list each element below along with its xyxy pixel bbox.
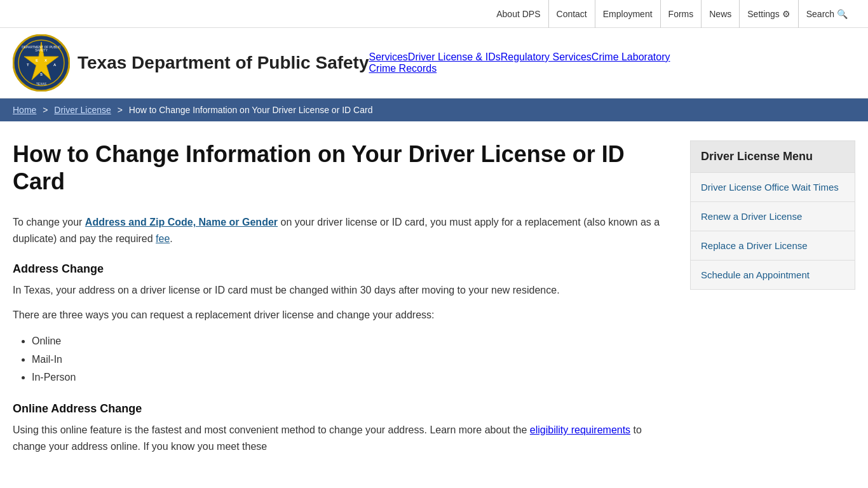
list-item-mailin: Mail-In [32, 351, 671, 369]
nav-crime-records[interactable]: Crime Records [369, 63, 437, 74]
main-navigation: Services Driver License & IDs Regulatory… [369, 51, 670, 74]
svg-text:E: E [36, 58, 38, 62]
content-area: How to Change Information on Your Driver… [13, 140, 671, 463]
address-change-para-2: There are three ways you can request a r… [13, 307, 671, 323]
svg-text:TEXAS: TEXAS [36, 82, 47, 86]
online-change-para-1: Using this online feature is the fastest… [13, 422, 671, 454]
nav-regulatory[interactable]: Regulatory Services [501, 51, 592, 63]
breadcrumb-sep-2: > [118, 105, 125, 115]
replacement-methods-list: Online Mail-In In-Person [13, 332, 671, 387]
breadcrumb-sep-1: > [43, 105, 50, 115]
breadcrumb-driver-license[interactable]: Driver License [54, 105, 111, 115]
nav-crime-lab[interactable]: Crime Laboratory [592, 51, 670, 63]
sidebar-replace[interactable]: Replace a Driver License [691, 231, 855, 261]
sidebar-menu-title: Driver License Menu [691, 141, 855, 173]
section-heading-address-change: Address Change [13, 262, 671, 276]
svg-text:X: X [44, 58, 47, 62]
sidebar-menu: Driver License Menu Driver License Offic… [690, 140, 855, 290]
about-dps-link[interactable]: About DPS [489, 0, 548, 28]
sidebar-wait-times[interactable]: Driver License Office Wait Times [691, 173, 855, 202]
nav-row-bottom: Crime Records [369, 63, 670, 74]
main-content: How to Change Information on Your Driver… [0, 121, 868, 482]
site-header: DEPARTMENT OF PUBLIC SAFETY TEXAS T E X … [0, 28, 868, 98]
svg-text:T: T [27, 63, 29, 67]
list-item-online: Online [32, 332, 671, 351]
settings-link[interactable]: Settings [740, 0, 798, 28]
intro-end: . [170, 233, 172, 244]
sidebar: Driver License Menu Driver License Offic… [690, 140, 855, 463]
intro-before: To change your [13, 217, 85, 227]
svg-text:S: S [40, 72, 43, 76]
search-icon [837, 9, 848, 19]
site-title: Texas Department of Public Safety [78, 52, 369, 74]
sidebar-appointment[interactable]: Schedule an Appointment [691, 261, 855, 289]
news-link[interactable]: News [702, 0, 740, 28]
svg-text:A: A [53, 63, 57, 67]
address-change-para-1: In Texas, your address on a driver licen… [13, 282, 671, 299]
utility-bar: About DPS Contact Employment Forms News … [0, 0, 868, 28]
settings-label: Settings [747, 9, 780, 19]
search-link[interactable]: Search [799, 0, 855, 28]
gear-icon [782, 9, 790, 19]
section-heading-online-change: Online Address Change [13, 402, 671, 416]
logo-link[interactable]: DEPARTMENT OF PUBLIC SAFETY TEXAS T E X … [13, 34, 369, 92]
list-item-inperson: In-Person [32, 369, 671, 387]
eligibility-link[interactable]: eligibility requirements [530, 424, 630, 435]
online-para-before: Using this online feature is the fastest… [13, 424, 530, 435]
employment-link[interactable]: Employment [595, 0, 661, 28]
intro-paragraph: To change your Address and Zip Code, Nam… [13, 214, 671, 247]
breadcrumb: Home > Driver License > How to Change In… [0, 98, 868, 121]
forms-link[interactable]: Forms [661, 0, 702, 28]
nav-row-top: Services Driver License & IDs Regulatory… [369, 51, 670, 63]
breadcrumb-current: How to Change Information on Your Driver… [129, 105, 373, 115]
dps-seal: DEPARTMENT OF PUBLIC SAFETY TEXAS T E X … [13, 34, 70, 92]
breadcrumb-home[interactable]: Home [13, 105, 36, 115]
search-label: Search [806, 9, 834, 19]
sidebar-renew[interactable]: Renew a Driver License [691, 202, 855, 231]
address-name-gender-link[interactable]: Address and Zip Code, Name or Gender [85, 217, 278, 227]
page-title: How to Change Information on Your Driver… [13, 140, 671, 195]
svg-text:SAFETY: SAFETY [35, 48, 48, 52]
fee-link[interactable]: fee [156, 233, 170, 244]
contact-link[interactable]: Contact [549, 0, 595, 28]
nav-services[interactable]: Services [369, 51, 408, 63]
nav-driver-license[interactable]: Driver License & IDs [408, 51, 501, 63]
